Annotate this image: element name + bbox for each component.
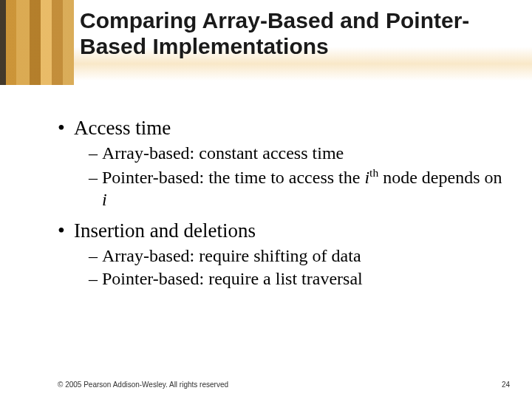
page-number: 24 bbox=[502, 381, 510, 389]
bullet-text: Insertion and deletions bbox=[74, 219, 256, 242]
dash-icon: – bbox=[89, 245, 102, 267]
sub-bullet-text: Array-based: constant access time bbox=[102, 143, 502, 164]
sub-bullet-text: Array-based: require shifting of data bbox=[102, 245, 502, 267]
sub-bullet-item: – Pointer-based: require a list traversa… bbox=[89, 268, 502, 290]
sub-bullet-item: – Array-based: require shifting of data bbox=[89, 245, 502, 267]
sub-bullet-text: Pointer-based: the time to access the it… bbox=[102, 166, 502, 211]
bullet-item: • Insertion and deletions bbox=[58, 219, 502, 242]
slide-footer: © 2005 Pearson Addison-Wesley. All right… bbox=[58, 381, 510, 389]
dash-icon: – bbox=[89, 143, 102, 164]
sub-bullet-text: Pointer-based: require a list traversal bbox=[102, 268, 502, 290]
sub-bullet-item: – Pointer-based: the time to access the … bbox=[89, 166, 502, 211]
slide-title: Comparing Array-Based and Pointer-Based … bbox=[80, 7, 510, 60]
bullet-dot-icon: • bbox=[58, 220, 74, 241]
bullet-item: • Access time bbox=[58, 117, 502, 140]
bullet-dot-icon: • bbox=[58, 117, 74, 138]
dash-icon: – bbox=[89, 167, 102, 188]
slide-content: • Access time – Array-based: constant ac… bbox=[58, 117, 502, 291]
copyright-text: © 2005 Pearson Addison-Wesley. All right… bbox=[58, 381, 228, 389]
dash-icon: – bbox=[89, 268, 102, 290]
bullet-text: Access time bbox=[74, 117, 171, 140]
sub-bullet-item: – Array-based: constant access time bbox=[89, 143, 502, 164]
header-decor-left bbox=[0, 0, 74, 85]
